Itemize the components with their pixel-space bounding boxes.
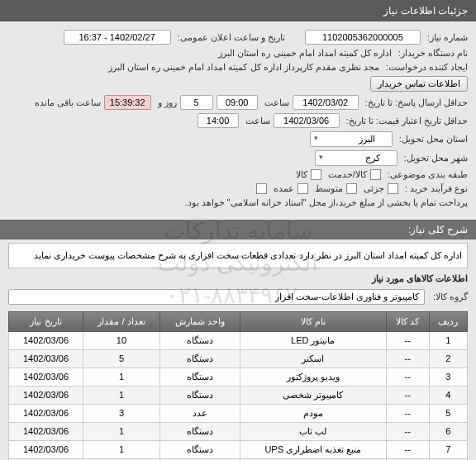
table-cell: 1 (429, 331, 467, 349)
service-cb-label: کالا/خدمت (328, 169, 367, 180)
p3-checkbox[interactable] (298, 183, 308, 194)
province-select[interactable]: البرز (310, 131, 393, 147)
table-cell: ویدیو پروژکتور (240, 368, 386, 386)
table-header: کد کالا (386, 311, 429, 331)
creator-label: ایجاد کننده درخواست: (386, 62, 468, 73)
table-cell: -- (386, 368, 429, 386)
items-table: ردیفکد کالانام کالاواحد شمارشتعداد / مقد… (8, 311, 468, 461)
table-row[interactable]: 1--مانیتور LEDدستگاه101402/03/06 (9, 331, 468, 349)
valid-time: 14:00 (198, 113, 239, 128)
table-header: تاریخ نیاز (9, 311, 83, 331)
province-label: استان محل تحویل: (399, 134, 468, 145)
table-cell: مانیتور LED (240, 331, 386, 349)
page-header: جزئیات اطلاعات نیاز (0, 0, 476, 21)
p3-label: عمده (274, 183, 294, 194)
deadline-send-date: 1402/03/02 (293, 95, 359, 110)
table-cell: 1402/03/06 (9, 404, 83, 422)
p2-checkbox[interactable] (346, 183, 357, 194)
valid-label: حداقل تاریخ اعتبار قیمت: تا تاریخ: (346, 116, 468, 126)
process-label: نوع فرآیند خرید : (405, 183, 468, 194)
p1-checkbox[interactable] (388, 183, 398, 194)
table-cell: دستگاه (159, 386, 240, 404)
table-cell: 1402/03/06 (9, 386, 83, 404)
remain-time: 15:39:32 (104, 95, 151, 110)
table-header: تعداد / مقدار (83, 311, 160, 331)
contact-button[interactable]: اطلاعات تماس خریدار (370, 76, 468, 92)
group-label: گروه کالا: (433, 292, 468, 302)
desc-text: اداره کل کمیته امداد استان البرز در نظر … (8, 243, 468, 268)
table-cell: منبع تغذیه اضطراری UPS (240, 440, 386, 458)
table-cell: 1 (83, 368, 160, 386)
p2-label: متوسط (315, 183, 343, 194)
table-cell: -- (386, 404, 429, 422)
table-cell: -- (386, 349, 429, 368)
payment-note: پرداخت تمام یا بخشی از مبلغ خرید،از محل … (184, 197, 468, 208)
creator-value: مجد نظری مقدم کارپرداز اداره کل کمیته ام… (108, 62, 379, 73)
table-cell: 1402/03/06 (9, 349, 83, 368)
table-cell: -- (386, 331, 429, 349)
table-cell: 6 (429, 422, 467, 440)
req-no-label: شماره نیاز: (427, 32, 468, 43)
table-cell: دستگاه (159, 440, 240, 458)
time-label-1: ساعت (264, 97, 289, 108)
group-value: کامپیوتر و فناوری اطلاعات-سخت افزار (8, 289, 425, 305)
table-cell: عدد (159, 404, 240, 422)
buyer-label: نام دستگاه خریدار: (398, 48, 468, 59)
desc-header: شرح کلی نیاز: (0, 220, 476, 239)
table-cell: 1 (83, 440, 160, 458)
items-header: اطلاعات کالاهای مورد نیاز (8, 273, 468, 284)
service-checkbox[interactable] (370, 169, 381, 180)
table-cell: 1402/03/06 (9, 331, 83, 349)
p1-label: جزئی (364, 183, 384, 194)
table-cell: 1402/03/06 (9, 368, 83, 386)
deadline-send-label: حداقل ارسال پاسخ: تا تاریخ: (365, 97, 468, 108)
table-cell: 1402/03/06 (9, 422, 83, 440)
table-cell: دستگاه (159, 368, 240, 386)
table-cell: دستگاه (159, 349, 240, 368)
days-field: 5 (180, 95, 213, 110)
table-cell: مودم (240, 404, 386, 422)
announce-label: تاریخ و ساعت اعلان عمومی: (178, 32, 285, 43)
table-cell: 1 (83, 386, 160, 404)
table-row[interactable]: 3--ویدیو پروژکتوردستگاه11402/03/06 (9, 368, 468, 386)
table-cell: کامپیوتر شخصی (240, 386, 386, 404)
time-label-2: ساعت (245, 116, 270, 126)
remain-label: ساعت باقی مانده (35, 97, 101, 108)
payment-checkbox[interactable] (256, 183, 267, 194)
table-header: واحد شمارش (159, 311, 240, 331)
topic-class-label: طبقه بندی موضوعی: (388, 169, 468, 180)
table-header: نام کالا (240, 311, 386, 331)
table-cell: 4 (429, 386, 467, 404)
goods-cb-label: کالا (296, 169, 307, 180)
announce-field: 1402/02/27 - 16:37 (64, 30, 171, 45)
table-row[interactable]: 5--مودمعدد31402/03/06 (9, 404, 468, 422)
table-cell: 1 (83, 422, 160, 440)
table-cell: دستگاه (159, 422, 240, 440)
table-row[interactable]: 2--اسکنردستگاه51402/03/06 (9, 349, 468, 368)
table-cell: لب تاب (240, 422, 386, 440)
table-cell: 3 (83, 404, 160, 422)
table-cell: 10 (83, 331, 160, 349)
table-cell: 5 (429, 404, 467, 422)
buyer-value: اداره کل کمیته امداد امام خمینی ره استان… (218, 48, 391, 59)
goods-checkbox[interactable] (311, 169, 321, 180)
table-cell: -- (386, 440, 429, 458)
city-label: شهر محل تحویل: (404, 153, 468, 164)
city-select[interactable]: کرج (315, 150, 397, 166)
table-cell: 2 (429, 349, 467, 368)
table-cell: -- (386, 422, 429, 440)
days-label: روز و (158, 97, 177, 108)
table-header: ردیف (429, 311, 467, 331)
table-cell: 7 (429, 440, 467, 458)
table-cell: 1402/03/06 (9, 440, 83, 458)
valid-date: 1402/03/06 (274, 113, 340, 128)
table-cell: 5 (83, 349, 160, 368)
table-row[interactable]: 6--لب تابدستگاه11402/03/06 (9, 422, 468, 440)
table-cell: دستگاه (159, 331, 240, 349)
table-cell: -- (386, 386, 429, 404)
table-cell: 3 (429, 368, 467, 386)
table-row[interactable]: 4--کامپیوتر شخصیدستگاه11402/03/06 (9, 386, 468, 404)
req-no-field: 1102005362000005 (305, 30, 421, 45)
deadline-send-time: 09:00 (217, 95, 258, 110)
table-row[interactable]: 7--منبع تغذیه اضطراری UPSدستگاه11402/03/… (9, 440, 468, 458)
